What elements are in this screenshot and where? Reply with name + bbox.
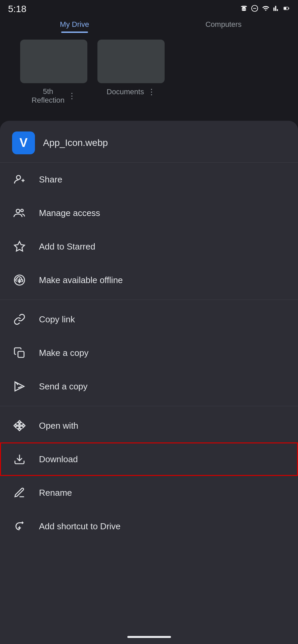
divider-1 (0, 300, 298, 300)
file-thumb-reflection (20, 40, 87, 83)
status-bar: 5:18 (0, 0, 298, 17)
menu-label-download: Download (39, 454, 78, 465)
file-name-reflection: 5thReflection (32, 87, 65, 105)
do-not-disturb-icon (251, 5, 258, 13)
star-icon (12, 239, 27, 254)
link-icon (12, 312, 27, 327)
menu-item-offline[interactable]: Make available offline (0, 263, 298, 297)
menu-label-manage-access: Manage access (39, 208, 100, 218)
menu-item-open-with[interactable]: Open with (0, 409, 298, 442)
tab-computers[interactable]: Computers (149, 20, 298, 36)
menu-item-make-a-copy[interactable]: Make a copy (0, 336, 298, 370)
menu-label-send-a-copy: Send a copy (39, 381, 88, 392)
menu-item-manage-access[interactable]: Manage access (0, 196, 298, 230)
menu-item-share[interactable]: Share (0, 163, 298, 196)
battery-icon (283, 5, 290, 13)
menu-item-send-a-copy[interactable]: Send a copy (0, 370, 298, 403)
menu-item-download[interactable]: Download (0, 442, 298, 476)
menu-label-share: Share (39, 174, 62, 185)
file-item-documents[interactable]: Documents ⋮ (97, 40, 165, 105)
signal-icon (273, 5, 280, 13)
wifi-icon (262, 5, 270, 13)
sheet-header: V App_Icon.webp (0, 121, 298, 163)
status-time: 5:18 (8, 4, 27, 14)
menu-label-add-to-starred: Add to Starred (39, 241, 95, 252)
file-name-documents: Documents (107, 88, 144, 96)
tab-my-drive-label: My Drive (60, 20, 89, 29)
people-icon (12, 206, 27, 220)
svg-rect-3 (284, 7, 287, 10)
tab-my-drive-indicator (61, 32, 88, 33)
rename-icon (12, 485, 27, 500)
tab-computers-label: Computers (205, 20, 242, 29)
copy-icon (12, 345, 27, 360)
menu-label-add-shortcut: Add shortcut to Drive (39, 521, 121, 532)
menu-label-offline: Make available offline (39, 275, 123, 285)
file-more-icon-reflection[interactable]: ⋮ (68, 91, 76, 101)
svg-point-4 (16, 175, 20, 179)
file-item-reflection[interactable]: 5thReflection ⋮ (20, 40, 87, 105)
svg-rect-12 (18, 352, 24, 358)
svg-marker-9 (14, 241, 25, 251)
download-icon (12, 452, 27, 467)
menu-item-rename[interactable]: Rename (0, 476, 298, 509)
file-type-icon: V (12, 131, 35, 154)
person-add-icon (12, 172, 27, 187)
open-with-icon (12, 418, 27, 433)
menu-label-copy-link: Copy link (39, 314, 75, 325)
send-icon (12, 379, 27, 394)
offline-icon (12, 273, 27, 287)
menu-label-make-a-copy: Make a copy (39, 348, 88, 358)
menu-label-rename: Rename (39, 488, 72, 498)
file-grid: 5thReflection ⋮ Documents ⋮ (0, 36, 298, 111)
status-icons (240, 5, 290, 14)
svg-point-7 (16, 209, 20, 213)
bottom-home-indicator (127, 636, 171, 638)
menu-item-add-to-starred[interactable]: Add to Starred (0, 230, 298, 263)
tab-computers-indicator (210, 32, 237, 33)
file-thumb-documents (97, 40, 165, 83)
bottom-sheet: V App_Icon.webp Share Manage access (0, 121, 298, 644)
divider-2 (0, 406, 298, 406)
menu-label-open-with: Open with (39, 421, 78, 431)
menu-item-copy-link[interactable]: Copy link (0, 303, 298, 336)
sheet-file-name: App_Icon.webp (43, 138, 108, 148)
svg-point-8 (21, 209, 24, 212)
tab-my-drive[interactable]: My Drive (0, 20, 149, 36)
menu-item-add-shortcut[interactable]: Add shortcut to Drive (0, 509, 298, 543)
shortcut-icon (12, 519, 27, 534)
file-more-icon-documents[interactable]: ⋮ (147, 87, 156, 97)
drive-nav: My Drive Computers (0, 17, 298, 36)
drive-icon (240, 5, 248, 14)
